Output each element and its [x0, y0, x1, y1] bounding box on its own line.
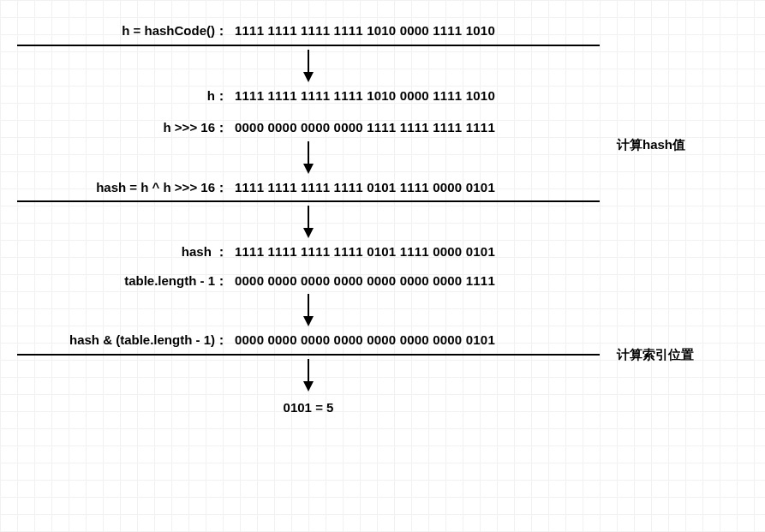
- arrow-1: [17, 48, 600, 84]
- label-hshift: h >>> 16：: [17, 119, 231, 136]
- label-hash-and: hash & (table.length - 1)：: [17, 332, 231, 349]
- arrow-down-icon: [302, 140, 315, 174]
- label-tablelen: table.length - 1：: [17, 272, 231, 290]
- bits-tablelen: 0000 0000 0000 0000 0000 0000 0000 1111: [231, 272, 600, 290]
- arrow-down-icon: [302, 357, 315, 392]
- bits-hashcode: 1111 1111 1111 1111 1010 0000 1111 1010: [231, 22, 600, 39]
- result: 0101 = 5: [17, 400, 600, 415]
- arrow-4: [17, 292, 600, 328]
- bits-hshift: 0000 0000 0000 0000 1111 1111 1111 1111: [231, 119, 600, 136]
- arrow-2: [17, 140, 600, 176]
- label-hash: hash ：: [17, 243, 231, 260]
- label-hashcode: h = hashCode()：: [17, 22, 231, 39]
- arrow-down-icon: [302, 292, 315, 326]
- arrow-down-icon: [302, 204, 315, 238]
- svg-marker-9: [303, 381, 314, 392]
- bits-hash-xor: 1111 1111 1111 1111 0101 1111 0000 0101: [231, 179, 600, 196]
- divider-2: [17, 200, 600, 202]
- annotation-index: 计算索引位置: [617, 347, 694, 363]
- svg-marker-7: [303, 316, 314, 326]
- arrow-3: [17, 204, 600, 240]
- label-h: h：: [17, 87, 231, 105]
- row-hash: hash ： 1111 1111 1111 1111 0101 1111 000…: [17, 243, 600, 260]
- row-h: h： 1111 1111 1111 1111 1010 0000 1111 10…: [17, 87, 600, 105]
- bits-hash-and: 0000 0000 0000 0000 0000 0000 0000 0101: [231, 332, 600, 349]
- row-hash-and: hash & (table.length - 1)： 0000 0000 000…: [17, 332, 600, 349]
- row-hash-xor: hash = h ^ h >>> 16： 1111 1111 1111 1111…: [17, 179, 600, 196]
- row-tablelen: table.length - 1： 0000 0000 0000 0000 00…: [17, 272, 600, 290]
- arrow-down-icon: [302, 48, 315, 82]
- divider-3: [17, 354, 600, 356]
- svg-marker-3: [303, 164, 314, 174]
- divider-1: [17, 45, 600, 46]
- arrow-5: [17, 357, 600, 393]
- bits-h: 1111 1111 1111 1111 1010 0000 1111 1010: [231, 87, 600, 105]
- row-hashcode: h = hashCode()： 1111 1111 1111 1111 1010…: [17, 22, 600, 39]
- svg-marker-1: [303, 72, 314, 82]
- hash-diagram: h = hashCode()： 1111 1111 1111 1111 1010…: [17, 19, 600, 415]
- annotation-hash: 计算hash值: [617, 137, 685, 153]
- label-hash-xor: hash = h ^ h >>> 16：: [17, 179, 231, 196]
- bits-hash: 1111 1111 1111 1111 0101 1111 0000 0101: [231, 243, 600, 260]
- row-hshift: h >>> 16： 0000 0000 0000 0000 1111 1111 …: [17, 119, 600, 136]
- svg-marker-5: [303, 228, 314, 238]
